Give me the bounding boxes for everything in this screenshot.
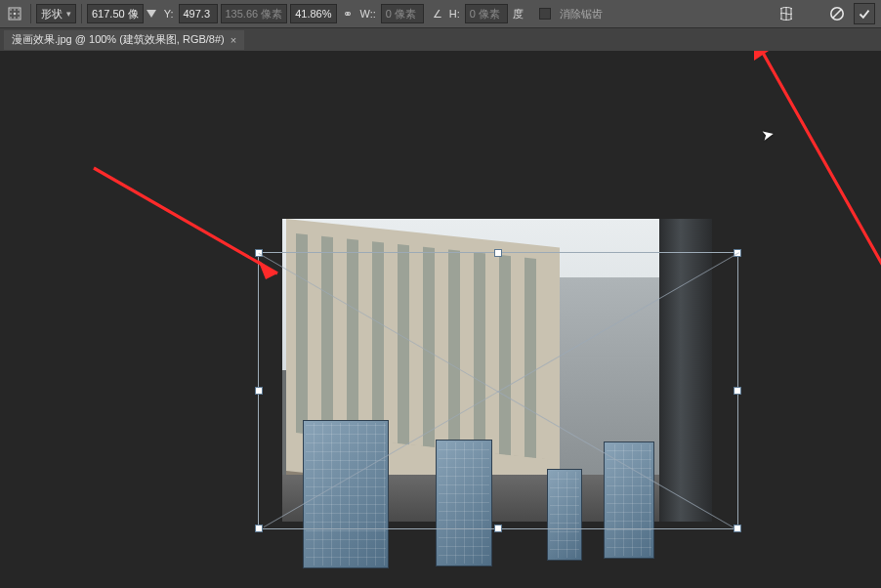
svg-line-14 [754, 51, 881, 266]
link-icon[interactable]: ⚭ [343, 7, 353, 21]
toolbar-right [776, 0, 875, 27]
w-field[interactable]: 0 像素 [381, 4, 424, 23]
svg-point-1 [10, 9, 12, 11]
antialias-checkbox[interactable] [539, 8, 551, 20]
svg-point-9 [18, 17, 20, 19]
deg-label: 度 [513, 7, 524, 21]
svg-point-2 [14, 9, 16, 11]
transform-handle[interactable] [734, 525, 741, 532]
document-tab-bar: 漫画效果.jpg @ 100% (建筑效果图, RGB/8#) × [0, 27, 881, 51]
percent-field[interactable]: 41.86% [290, 4, 336, 23]
commit-transform-button[interactable] [854, 3, 875, 24]
mode-dropdown[interactable]: 形状 ▾ [36, 4, 76, 23]
svg-point-4 [10, 13, 12, 15]
h-label-prefix: ∠ [433, 8, 442, 21]
svg-line-12 [94, 168, 277, 273]
warp-mode-icon[interactable] [776, 3, 797, 24]
svg-point-3 [18, 9, 20, 11]
transform-handle[interactable] [255, 525, 263, 532]
separator [81, 4, 82, 23]
svg-point-7 [10, 17, 12, 19]
canvas-area[interactable]: ➤ [0, 51, 881, 588]
w-label: W:: [360, 8, 376, 20]
transform-handle[interactable] [494, 525, 502, 532]
triangle-icon[interactable] [147, 10, 156, 18]
render-building [303, 420, 389, 568]
svg-point-8 [14, 17, 16, 19]
svg-point-5 [14, 13, 17, 16]
transform-handle[interactable] [255, 387, 263, 395]
chevron-down-icon: ▾ [66, 9, 71, 19]
annotation-arrow-left [84, 158, 299, 295]
render-building [436, 440, 492, 567]
document-tab[interactable]: 漫画效果.jpg @ 100% (建筑效果图, RGB/8#) × [4, 30, 244, 50]
reference-point-icon[interactable] [4, 3, 25, 24]
h-field[interactable]: 0 像素 [465, 4, 508, 23]
document-tab-title: 漫画效果.jpg @ 100% (建筑效果图, RGB/8#) [12, 32, 225, 47]
y-field[interactable]: 497.3 [179, 4, 218, 23]
x-field[interactable]: 617.50 像 [87, 4, 144, 23]
mode-label: 形状 [41, 7, 63, 21]
y-ghost-field: 135.66 像素 [221, 4, 288, 23]
svg-line-11 [833, 10, 841, 18]
svg-marker-13 [258, 260, 277, 279]
h-label: H: [449, 8, 460, 20]
transform-options-bar: 形状 ▾ 617.50 像 Y: 497.3 135.66 像素 41.86% … [0, 0, 881, 27]
transform-handle[interactable] [734, 387, 741, 395]
render-building [547, 469, 582, 561]
separator [30, 4, 31, 23]
close-tab-icon[interactable]: × [231, 34, 236, 46]
render-building [604, 441, 654, 559]
antialias-label: 消除锯齿 [560, 7, 603, 21]
cancel-transform-button[interactable] [826, 3, 848, 24]
svg-point-6 [18, 13, 20, 15]
y-label: Y: [164, 8, 174, 20]
annotation-arrow-right [736, 51, 881, 285]
